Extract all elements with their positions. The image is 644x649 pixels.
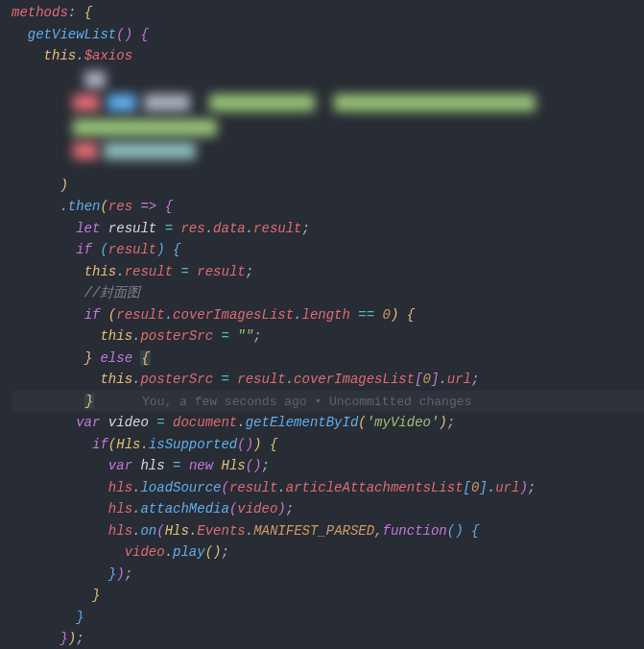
code-line: hls.loadSource(result.articleAttachments… — [12, 477, 644, 499]
code-line: this.result = result; — [12, 261, 644, 283]
code-line: if (result) { — [12, 239, 644, 261]
code-line: methods: { — [12, 2, 644, 24]
code-line: getViewList() { — [12, 24, 644, 46]
code-line: hls.attachMedia(video); — [12, 498, 644, 520]
code-line: }); — [12, 564, 644, 586]
code-line: }); — [12, 628, 644, 649]
code-line: if(Hls.isSupported()) { — [12, 434, 644, 456]
code-line: } else { — [12, 348, 644, 370]
code-editor[interactable]: methods: { getViewList() { this.$axios )… — [0, 0, 644, 649]
code-line: this.$axios — [12, 45, 644, 67]
code-line: ) — [12, 175, 644, 197]
code-line: this.posterSrc = result.coverImagesList[… — [12, 369, 644, 391]
git-blame-annotation: You, a few seconds ago • Uncommitted cha… — [142, 395, 471, 409]
code-line: if (result.coverImagesList.length == 0) … — [12, 304, 644, 326]
code-line: var video = document.getElementById('myV… — [12, 412, 644, 434]
redacted-code-block — [65, 67, 644, 175]
code-line: } — [12, 585, 644, 607]
code-line: var hls = new Hls(); — [12, 455, 644, 477]
code-line: this.posterSrc = ""; — [12, 325, 644, 348]
code-line: let result = res.data.result; — [12, 218, 644, 240]
code-line: hls.on(Hls.Events.MANIFEST_PARSED,functi… — [12, 520, 644, 542]
code-line: } — [12, 607, 644, 629]
code-line: video.play(); — [12, 541, 644, 564]
code-line: .then(res => { — [12, 196, 644, 218]
code-line-current: }You, a few seconds ago • Uncommitted ch… — [12, 391, 644, 413]
code-line: //封面图 — [12, 282, 644, 304]
